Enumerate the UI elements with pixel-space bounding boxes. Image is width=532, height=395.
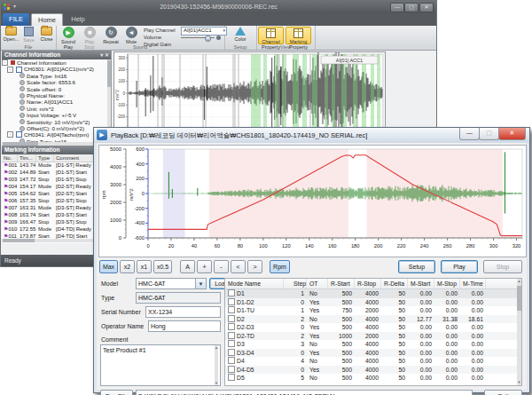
mode-row[interactable]: D33No5004000500.000.000.00	[225, 340, 521, 349]
playback-minimize-button[interactable]: —	[459, 128, 480, 140]
marking-row[interactable]: ⚑005154.62Start[D2-ST] Start	[2, 190, 108, 197]
mode-checkbox[interactable]	[228, 306, 235, 313]
color-button[interactable]: Color	[230, 27, 251, 42]
auto-button[interactable]: A	[180, 260, 195, 273]
rec-file-path[interactable]: D:₩레코딩 데이터₩리어액슬₩CHS1801_180420-174419_NO…	[136, 390, 473, 395]
marking-row[interactable]: ⚑010172.55Mode[D4-TD] Ready	[2, 225, 108, 233]
expand-icon[interactable]: -	[7, 67, 13, 73]
serial-number-field[interactable]: XX-1234	[145, 306, 221, 318]
mode-checkbox[interactable]	[228, 315, 235, 322]
stop-button[interactable]: Stop	[483, 260, 522, 273]
mode-row[interactable]: D2-TD2Yes10002000500.000.000.00	[225, 332, 521, 341]
mode-column-header[interactable]: M-Stop	[434, 279, 460, 288]
mode-column-header[interactable]: R-Stop	[355, 279, 381, 288]
mode-column-header[interactable]: M-Time	[460, 279, 486, 288]
open-button[interactable]: Open...	[3, 27, 20, 42]
next-button[interactable]: >	[247, 260, 262, 273]
main-titlebar[interactable]: ▾ 20190430-152456-M9690000006-REC.rec — …	[1, 1, 436, 13]
expand-icon[interactable]: -	[2, 59, 8, 66]
rec-file-button[interactable]: Rec File >>	[100, 390, 133, 395]
mode-row[interactable]: D1-D20Yes5004000500.000.000.00	[225, 298, 521, 307]
tab-help[interactable]: Help	[65, 13, 91, 26]
mode-row[interactable]: D2-D30Yes5004000500.000.000.00	[225, 323, 521, 332]
model-select[interactable]: HMC-6AT ▼	[136, 278, 207, 289]
channel-tree-item[interactable]: Data Type: Int16	[2, 73, 107, 79]
close-file-button[interactable]: Close	[38, 27, 55, 42]
comment-scrollbar[interactable]: ▲ ▼	[215, 345, 218, 385]
marking-row[interactable]: ⚑009166.47Stop[D3-ST] Stop	[2, 218, 108, 225]
playback-titlebar[interactable]: ▶ PlayBack [D:₩레코딩 데이터₩리어액슬₩CHS1801_1804…	[94, 128, 529, 143]
tab-home[interactable]: Home	[31, 13, 63, 26]
mode-column-header[interactable]: OT	[307, 279, 328, 288]
marking-row[interactable]: ⚑001143.74Mode[D1-ST] Ready	[2, 162, 108, 169]
rpm-toggle-button[interactable]: Rpm	[270, 260, 290, 273]
quick-access-caret-icon[interactable]: ▾	[13, 3, 16, 9]
prev-button[interactable]: <	[231, 260, 246, 273]
zoom-x1-button[interactable]: x1	[137, 260, 152, 273]
mode-table-header[interactable]: Mode NameStepOTR-StartR-StopR-DeltaM-Sta…	[225, 279, 521, 289]
pin-icon[interactable]: ▾	[100, 52, 103, 58]
close-button[interactable]: ✕	[419, 3, 434, 12]
playback-close-button[interactable]: ✕	[498, 128, 526, 140]
channel-tree-item[interactable]: -CH0301: AI[01]ACC1(m/s^2)	[2, 66, 107, 72]
plus-button[interactable]: +	[197, 260, 212, 273]
channel-tree-item[interactable]: Unit: m/s^2	[2, 106, 107, 112]
mode-row[interactable]: D44No5004000500.000.000.00	[225, 357, 521, 366]
play-button[interactable]: Play	[441, 260, 478, 273]
repeat-button[interactable]: ↻ Repeat	[101, 27, 121, 44]
mode-checkbox[interactable]	[228, 357, 235, 364]
channel-tree-item[interactable]: Sensitivity: 10 mV/(m/s^2)	[2, 119, 107, 125]
maximize-button[interactable]: ▢	[404, 3, 419, 12]
mode-checkbox[interactable]	[228, 340, 235, 347]
mode-row[interactable]: D4-D50Yes5004000500.000.000.00	[225, 366, 521, 375]
marking-row[interactable]: ⚑008163.74Start[D3-ST] Start	[2, 211, 108, 218]
marking-row[interactable]: ⚑003147.72Stop[D1-ST] Stop	[2, 176, 108, 183]
operator-name-field[interactable]: Hong	[148, 320, 221, 332]
mode-row[interactable]: D3-D40Yes5004000500.000.000.00	[225, 349, 521, 358]
mode-row[interactable]: D22No50040005012.7731.3818.61	[225, 315, 521, 324]
mode-checkbox[interactable]	[228, 323, 235, 330]
mode-column-header[interactable]: Step	[284, 279, 307, 288]
channel-tree-item[interactable]: -CH0341: AI[04]Tacho(rpm)	[2, 131, 107, 138]
marking-row[interactable]: ⚑006157.35Stop[D2-ST] Stop	[2, 197, 108, 204]
playback-plot[interactable]: 010002000300040005000rpm-600-400-2000200…	[98, 145, 527, 257]
comment-textarea[interactable]: Test Product #1	[100, 344, 221, 386]
mode-row[interactable]: D11No5004000500.000.000.00	[225, 289, 521, 298]
zoom-x2-button[interactable]: x2	[120, 260, 135, 273]
tab-file[interactable]: FILE	[3, 13, 29, 26]
mode-column-header[interactable]: M-Start	[408, 279, 434, 288]
channel-tree-item[interactable]: Offset(C): 0 mV/(m/s^2)	[2, 125, 107, 131]
marking-row[interactable]: ⚑004154.17Mode[D2-ST] Ready	[2, 183, 108, 190]
marking-hscrollbar[interactable]	[2, 239, 107, 242]
mute-button[interactable]: ◄ Mute	[122, 27, 140, 44]
mode-checkbox[interactable]	[228, 289, 235, 296]
channel-tree-item[interactable]: -Channel Information	[2, 59, 107, 66]
setup-button[interactable]: Setup	[398, 260, 435, 273]
mode-checkbox[interactable]	[228, 298, 235, 305]
channel-tree-item[interactable]: Scale offset: 0	[2, 86, 107, 92]
close-panel-icon[interactable]: ✕	[105, 52, 109, 58]
mode-row[interactable]: D55No5004000500.000.000.00	[225, 374, 521, 383]
volume-slider-thumb[interactable]	[205, 36, 211, 42]
mode-checkbox[interactable]	[228, 332, 235, 339]
mode-table-scrollbar[interactable]: ▲ ▼	[517, 279, 521, 385]
mode-checkbox[interactable]	[228, 366, 235, 373]
marking-property-button[interactable]: Marking Property	[286, 27, 311, 44]
mode-column-header[interactable]: R-Start	[328, 279, 355, 288]
mode-column-header[interactable]: R-Delta	[381, 279, 408, 288]
marking-column-header[interactable]: No.	[2, 154, 18, 162]
play-channel-select[interactable]: AI[01]ACC1▾	[181, 27, 227, 36]
playback-maximize-button[interactable]: ▢	[479, 128, 499, 140]
channel-tree-item[interactable]: Name: AI[01]ACC1	[2, 99, 107, 105]
mode-row[interactable]: D1-TU1Yes7502000500.000.000.00	[225, 306, 521, 315]
channel-tree-item[interactable]: Input Voltage: +/-5 V	[2, 112, 107, 118]
mode-checkbox[interactable]	[228, 374, 235, 381]
exit-button[interactable]: Exit	[484, 390, 522, 395]
zoom-max-button[interactable]: Max	[99, 260, 118, 273]
mode-checkbox[interactable]	[228, 349, 235, 356]
channel-panel-header[interactable]: Channel Information ▾ ✕	[2, 51, 111, 59]
marking-row[interactable]: ⚑007163.31Mode[D3-ST] Ready	[2, 204, 108, 211]
channel-tree-item[interactable]: Scale factor: 6553.6	[2, 79, 107, 85]
channel-property-button[interactable]: Channel Property	[258, 27, 284, 44]
minimize-button[interactable]: —	[390, 3, 404, 12]
